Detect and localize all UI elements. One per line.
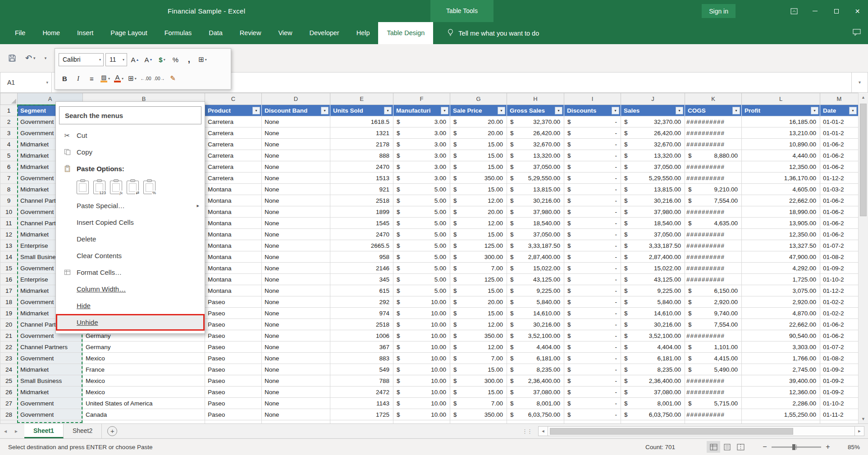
cell-M19[interactable]: 01-02-2 [820, 308, 859, 319]
cell-D13[interactable]: None [262, 240, 330, 251]
cell-B26[interactable]: Mexico [83, 387, 205, 398]
cell-M7[interactable]: 01-12-2 [820, 173, 859, 184]
qat-customize-button[interactable]: ▾ [45, 56, 47, 60]
cell-K3[interactable]: ########## [685, 127, 742, 139]
column-header-gross-sales[interactable]: Gross Sales▾ [507, 105, 564, 116]
cell-I8[interactable]: $- [564, 184, 621, 195]
cell[interactable] [742, 420, 820, 424]
cell-J20[interactable]: $30,216.00 [621, 319, 685, 330]
cell-E10[interactable]: 1899 [330, 206, 393, 218]
cell-F26[interactable]: $10.00 [393, 387, 450, 398]
cell-K7[interactable]: ########## [685, 173, 742, 184]
grow-font-icon[interactable]: A▲ [129, 53, 141, 66]
cell-K27[interactable]: $5,715.00 [685, 398, 742, 409]
cell-F14[interactable]: $5.00 [393, 251, 450, 263]
cell-A25[interactable]: Small Business [18, 375, 83, 387]
cell-A28[interactable]: Government [18, 409, 83, 420]
cell-J5[interactable]: $13,320.00 [621, 150, 685, 161]
cell-E7[interactable]: 1513 [330, 173, 393, 184]
cell-J14[interactable]: $2,87,400.00 [621, 251, 685, 263]
font-name-select[interactable]: Calibri ▾ [59, 53, 104, 66]
cell-E14[interactable]: 958 [330, 251, 393, 263]
cell-C5[interactable]: Carretera [205, 150, 262, 161]
filter-button[interactable]: ▾ [849, 107, 857, 114]
cell-D18[interactable]: None [262, 296, 330, 308]
cell[interactable] [507, 420, 564, 424]
cell-K4[interactable]: ########## [685, 139, 742, 150]
cell-F27[interactable]: $10.00 [393, 398, 450, 409]
cell-G11[interactable]: $12.00 [450, 218, 507, 229]
column-header-profit[interactable]: Profit▾ [742, 105, 820, 116]
row-number-18[interactable]: 18 [0, 296, 18, 308]
filter-button[interactable]: ▾ [441, 107, 448, 114]
cell-F25[interactable]: $10.00 [393, 375, 450, 387]
cell-L27[interactable]: 2,286.00 [742, 398, 820, 409]
cell-M20[interactable]: 01-06-2 [820, 319, 859, 330]
cell-C8[interactable]: Montana [205, 184, 262, 195]
cell-J21[interactable]: $3,52,100.00 [621, 330, 685, 341]
menu-item-insert-copied-cells[interactable]: Insert Copied Cells [56, 214, 205, 231]
cell-G4[interactable]: $15.00 [450, 139, 507, 150]
cell-K23[interactable]: $4,415.00 [685, 353, 742, 364]
vertical-scrollbar[interactable]: ▲ ▼ [858, 93, 868, 423]
cell-H19[interactable]: $14,610.00 [507, 308, 564, 319]
cell-F3[interactable]: $3.00 [393, 127, 450, 139]
cell-G25[interactable]: $300.00 [450, 375, 507, 387]
cell-K24[interactable]: $5,490.00 [685, 364, 742, 375]
cell-B23[interactable]: Mexico [83, 353, 205, 364]
cell-I6[interactable]: $- [564, 161, 621, 173]
column-header-cogs[interactable]: COGS▾ [685, 105, 742, 116]
borders-icon[interactable]: ⊞▾ [126, 72, 138, 85]
cell-C18[interactable]: Paseo [205, 296, 262, 308]
cell-J2[interactable]: $32,370.00 [621, 116, 685, 127]
cell-G19[interactable]: $15.00 [450, 308, 507, 319]
cell-B27[interactable]: United States of America [83, 398, 205, 409]
select-all-button[interactable] [0, 93, 18, 105]
row-number-3[interactable]: 3 [0, 127, 18, 139]
ribbon-tab-help[interactable]: Help [348, 22, 379, 44]
cell-K25[interactable]: ########## [685, 375, 742, 387]
cell-D8[interactable]: None [262, 184, 330, 195]
cell-I17[interactable]: $- [564, 285, 621, 296]
cell-K22[interactable]: $1,101.00 [685, 341, 742, 353]
menu-item-paste-special[interactable]: Paste Special…▸ [56, 197, 205, 214]
cell-J27[interactable]: $8,001.00 [621, 398, 685, 409]
cell-J8[interactable]: $13,815.00 [621, 184, 685, 195]
cell-K14[interactable]: ########## [685, 251, 742, 263]
normal-view-button[interactable] [707, 441, 720, 453]
row-number-17[interactable]: 17 [0, 285, 18, 296]
row-number-5[interactable]: 5 [0, 150, 18, 161]
cell-A26[interactable]: Midmarket [18, 387, 83, 398]
cell-D20[interactable]: None [262, 319, 330, 330]
cell-E9[interactable]: 2518 [330, 195, 393, 206]
cell-D27[interactable]: None [262, 398, 330, 409]
filter-button[interactable]: ▾ [384, 107, 392, 114]
cell-H5[interactable]: $13,320.00 [507, 150, 564, 161]
cell-D14[interactable]: None [262, 251, 330, 263]
cell-H20[interactable]: $30,216.00 [507, 319, 564, 330]
cell-I24[interactable]: $- [564, 364, 621, 375]
cell-G3[interactable]: $20.00 [450, 127, 507, 139]
cell-L15[interactable]: 4,292.00 [742, 263, 820, 274]
cell-I14[interactable]: $- [564, 251, 621, 263]
row-number-22[interactable]: 22 [0, 341, 18, 353]
cell-I27[interactable]: $- [564, 398, 621, 409]
cell-K6[interactable]: ########## [685, 161, 742, 173]
cell-K17[interactable]: $6,150.00 [685, 285, 742, 296]
cell-F9[interactable]: $5.00 [393, 195, 450, 206]
ribbon-tab-formulas[interactable]: Formulas [156, 22, 200, 44]
row-number-23[interactable]: 23 [0, 353, 18, 364]
cell-L23[interactable]: 1,766.00 [742, 353, 820, 364]
cell-E3[interactable]: 1321 [330, 127, 393, 139]
cell-G2[interactable]: $20.00 [450, 116, 507, 127]
cell-M9[interactable]: 01-06-2 [820, 195, 859, 206]
cell-H9[interactable]: $30,216.00 [507, 195, 564, 206]
percent-style-icon[interactable]: % [169, 53, 182, 66]
paste-formatting-icon[interactable]: % [143, 181, 155, 194]
row-number-21[interactable]: 21 [0, 330, 18, 341]
cell-E11[interactable]: 1545 [330, 218, 393, 229]
cell-D19[interactable]: None [262, 308, 330, 319]
row-number-8[interactable]: 8 [0, 184, 18, 195]
cell-M25[interactable]: 01-09-2 [820, 375, 859, 387]
decrease-decimal-icon[interactable]: .00→ [153, 72, 165, 85]
